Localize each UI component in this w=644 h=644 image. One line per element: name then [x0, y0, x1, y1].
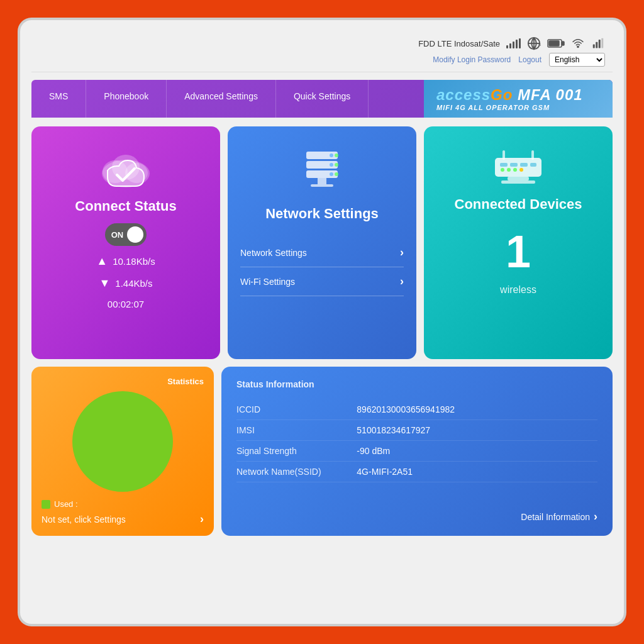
cloud-check-icon: [97, 145, 154, 189]
language-select[interactable]: English Indonesian Chinese: [549, 53, 605, 67]
network-settings-card: Network Settings Network Settings › Wi-F…: [228, 126, 416, 359]
network-settings-link[interactable]: Network Settings ›: [240, 238, 404, 267]
stats-legend: Used :: [42, 499, 204, 509]
bar3: [513, 42, 514, 48]
svg-rect-11: [601, 38, 603, 48]
connect-status-card: Connect Status ON ▲ 10.18Kb/s ▼ 1.44Kb/s…: [31, 126, 220, 359]
bottom-row: Statistics Used : Not set, click Setting…: [31, 367, 613, 536]
bar4: [516, 40, 518, 48]
download-arrow-icon: ▼: [99, 277, 110, 290]
imsi-label: IMSI: [236, 425, 357, 435]
download-speed-row: ▼ 1.44Kb/s: [99, 277, 152, 290]
svg-rect-31: [530, 163, 536, 167]
bar5: [519, 38, 521, 48]
nav-item-phonebook[interactable]: Phonebook: [86, 80, 167, 118]
svg-point-22: [335, 153, 338, 157]
svg-rect-5: [562, 42, 564, 45]
status-row-iccid: ICCID 89620130003656941982: [236, 399, 597, 420]
svg-point-32: [501, 168, 504, 172]
signal-strength-label: Signal Strength: [236, 446, 357, 456]
status-row-imsi: IMSI 510018234617927: [236, 420, 597, 441]
ssid-label: Network Name(SSID): [236, 467, 357, 477]
status-information-card: Status Information ICCID 896201300036569…: [221, 367, 613, 536]
imsi-value: 510018234617927: [357, 425, 597, 435]
toggle-knob: [127, 226, 143, 243]
status-info-title: Status Information: [236, 379, 597, 389]
nav-brand: accessGo MFA 001 MIFI 4G ALL OPERATOR GS…: [424, 80, 613, 118]
nav-item-sms[interactable]: SMS: [31, 80, 86, 118]
network-links-list: Network Settings › Wi-Fi Settings ›: [240, 238, 404, 296]
nav-item-quick-settings[interactable]: Quick Settings: [276, 80, 369, 118]
connected-devices-title: Connected Devices: [455, 196, 582, 213]
cards-row: Connect Status ON ▲ 10.18Kb/s ▼ 1.44Kb/s…: [31, 126, 613, 359]
svg-point-24: [335, 163, 338, 167]
wifi-settings-link-label: Wi-Fi Settings: [240, 277, 295, 287]
svg-point-23: [330, 163, 333, 167]
svg-rect-30: [520, 163, 528, 167]
svg-rect-10: [599, 40, 601, 48]
stats-settings-link[interactable]: Not set, click Settings ›: [42, 513, 204, 526]
toggle-label: ON: [111, 230, 124, 240]
svg-rect-39: [501, 180, 535, 184]
svg-point-33: [507, 168, 511, 172]
svg-rect-37: [531, 150, 534, 160]
main-frame: FDD LTE Indosat/Sate ↑↓: [20, 20, 624, 624]
detail-link-label: Detail Information: [521, 512, 590, 522]
brand-subtitle: MIFI 4G ALL OPERATOR GSM: [436, 104, 600, 111]
download-speed: 1.44Kb/s: [115, 278, 152, 289]
chevron-right-icon: ›: [400, 246, 404, 259]
brand-title: accessGo MFA 001: [436, 86, 600, 104]
status-bar: FDD LTE Indosat/Sate ↑↓: [418, 36, 605, 50]
status-row-signal: Signal Strength -90 dBm: [236, 441, 597, 462]
battery-icon: [547, 38, 565, 49]
svg-point-34: [513, 168, 517, 172]
chevron-right-detail-icon: ›: [594, 510, 597, 523]
legend-used-label: Used :: [54, 499, 78, 509]
bar2: [509, 43, 511, 48]
legend-used-dot: [42, 500, 50, 509]
svg-point-7: [577, 46, 579, 47]
wifi-icon: [571, 38, 585, 49]
signal-strength-value: -90 dBm: [357, 446, 597, 456]
modify-password-link[interactable]: Modify Login Password: [433, 55, 511, 64]
connect-toggle[interactable]: ON: [105, 223, 147, 246]
status-row-ssid: Network Name(SSID) 4G-MIFI-2A51: [236, 462, 597, 482]
chevron-right-icon-2: ›: [400, 275, 404, 288]
bar1: [506, 45, 508, 48]
logout-link[interactable]: Logout: [518, 55, 541, 64]
ssid-value: 4G-MIFI-2A51: [357, 467, 597, 477]
iccid-value: 89620130003656941982: [357, 404, 597, 414]
nav-bar: SMS Phonebook Advanced Settings Quick Se…: [31, 80, 613, 118]
svg-point-35: [519, 168, 523, 172]
signal-bars-icon: [506, 38, 521, 48]
svg-rect-28: [500, 163, 508, 167]
brand-access: access: [436, 86, 491, 103]
statistics-card: Statistics Used : Not set, click Setting…: [31, 367, 214, 536]
connected-devices-card: Connected Devices 1 wireless: [424, 126, 613, 359]
statistics-title: Statistics: [42, 377, 204, 386]
network-info-text: FDD LTE Indosat/Sate: [418, 39, 500, 48]
svg-rect-29: [510, 163, 518, 167]
brand-mfa: MFA 001: [518, 86, 582, 103]
svg-rect-27: [495, 158, 541, 177]
router-icon: [490, 145, 547, 186]
svg-rect-36: [502, 150, 505, 160]
connect-status-title: Connect Status: [75, 198, 176, 214]
svg-rect-38: [508, 177, 529, 180]
svg-point-26: [335, 172, 338, 176]
svg-rect-20: [311, 184, 333, 187]
detail-information-link[interactable]: Detail Information ›: [236, 510, 597, 523]
not-set-label: Not set, click Settings: [42, 514, 126, 525]
chevron-right-stats-icon: ›: [200, 513, 204, 526]
connection-timer: 00:02:07: [108, 299, 144, 309]
nav-item-advanced-settings[interactable]: Advanced Settings: [167, 80, 276, 118]
network-settings-link-label: Network Settings: [240, 248, 307, 258]
brand-go: Go: [491, 86, 513, 103]
upload-speed-row: ▲ 10.18Kb/s: [96, 255, 155, 268]
wifi-settings-link[interactable]: Wi-Fi Settings ›: [240, 267, 404, 296]
svg-rect-6: [549, 41, 559, 46]
iccid-label: ICCID: [236, 404, 357, 414]
status-info-table: ICCID 89620130003656941982 IMSI 51001823…: [236, 399, 597, 500]
device-type: wireless: [500, 284, 536, 296]
svg-point-21: [330, 153, 333, 157]
